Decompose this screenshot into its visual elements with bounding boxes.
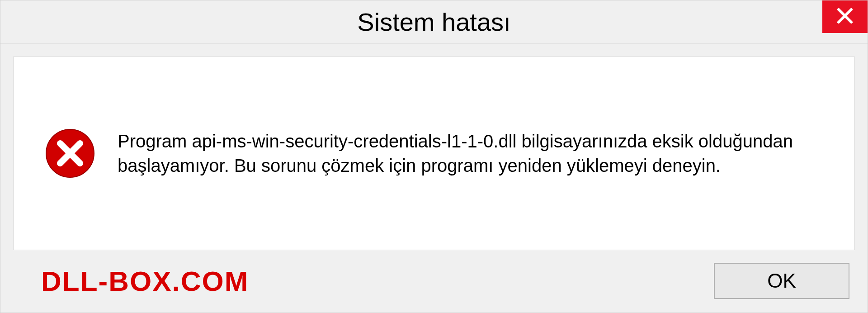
error-icon — [45, 128, 95, 178]
watermark-text: DLL-BOX.COM — [41, 265, 249, 297]
close-icon — [836, 7, 854, 27]
close-button[interactable] — [822, 0, 868, 33]
ok-button[interactable]: OK — [714, 263, 849, 299]
error-dialog: Sistem hatası Program api-ms-win-securit… — [0, 0, 868, 313]
titlebar: Sistem hatası — [0, 0, 868, 44]
content-area: Program api-ms-win-security-credentials-… — [13, 57, 855, 250]
dialog-title: Sistem hatası — [357, 7, 510, 37]
footer: DLL-BOX.COM OK — [0, 258, 868, 313]
error-message: Program api-ms-win-security-credentials-… — [118, 129, 823, 178]
